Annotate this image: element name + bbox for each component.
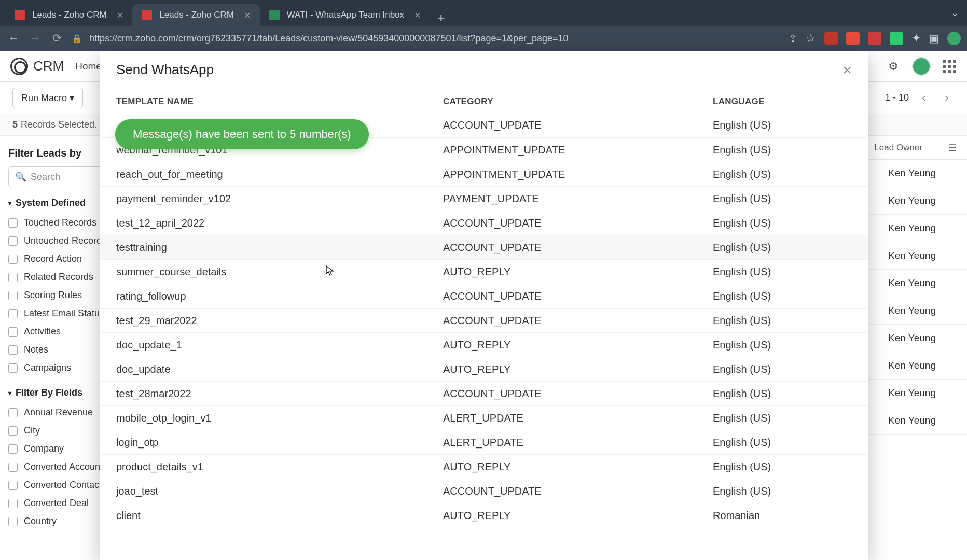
template-language-cell: English (US): [713, 242, 852, 254]
apps-grid-icon[interactable]: [942, 59, 957, 74]
reload-button[interactable]: ⟳: [50, 32, 64, 45]
template-language-cell: English (US): [713, 119, 852, 131]
template-row[interactable]: doc_update_1AUTO_REPLYEnglish (US): [100, 332, 868, 357]
window-dropdown-icon[interactable]: ⌄: [951, 7, 959, 19]
checkbox-icon[interactable]: [8, 255, 18, 264]
template-row[interactable]: test_28mar2022ACCOUNT_UPDATEEnglish (US): [100, 381, 868, 405]
brand-logo[interactable]: CRM: [10, 58, 64, 75]
template-list[interactable]: ACCOUNT_UPDATEEnglish (US)webinar_remind…: [100, 113, 868, 560]
checkbox-icon[interactable]: [8, 291, 18, 300]
filter-label: Notes: [24, 344, 48, 355]
checkbox-icon[interactable]: [8, 273, 18, 282]
close-icon[interactable]: ×: [842, 61, 852, 79]
checkbox-icon[interactable]: [8, 327, 18, 337]
template-row[interactable]: reach_out_for_meetingAPPOINTMENT_UPDATEE…: [100, 162, 868, 186]
filter-label: Company: [24, 443, 64, 454]
template-name-cell: doc_update: [116, 363, 443, 375]
section-label: System Defined: [16, 198, 86, 208]
ext-icon-4[interactable]: [890, 32, 903, 45]
template-name-cell: joao_test: [116, 485, 443, 497]
user-avatar[interactable]: [912, 57, 931, 76]
template-language-cell: English (US): [713, 437, 852, 449]
pager-prev-button[interactable]: ‹: [916, 90, 932, 106]
checkbox-icon[interactable]: [8, 517, 18, 526]
filter-label: Annual Revenue: [24, 407, 93, 418]
template-row[interactable]: doc_updateAUTO_REPLYEnglish (US): [100, 357, 868, 381]
filter-label: Touched Records: [24, 217, 96, 228]
checkbox-icon[interactable]: [8, 444, 18, 454]
template-row[interactable]: joao_testACCOUNT_UPDATEEnglish (US): [100, 479, 868, 503]
template-language-cell: English (US): [713, 290, 852, 302]
ext-icon-3[interactable]: [868, 32, 881, 45]
run-macro-button[interactable]: Run Macro ▾: [12, 88, 83, 108]
favicon-icon: [142, 10, 152, 20]
new-tab-button[interactable]: +: [430, 10, 452, 26]
bookmark-star-icon[interactable]: ☆: [806, 32, 816, 45]
template-row[interactable]: login_otpALERT_UPDATEEnglish (US): [100, 430, 868, 454]
nav-home[interactable]: Home: [75, 61, 102, 72]
template-language-cell: English (US): [713, 315, 852, 327]
close-tab-icon[interactable]: ×: [244, 9, 251, 21]
template-row[interactable]: product_details_v1AUTO_REPLYEnglish (US): [100, 454, 868, 479]
template-language-cell: English (US): [713, 412, 852, 424]
gear-icon[interactable]: ⚙: [886, 59, 901, 74]
checkbox-icon[interactable]: [8, 463, 18, 472]
favicon-icon: [269, 10, 280, 20]
template-row[interactable]: summer_course_detailsAUTO_REPLYEnglish (…: [100, 259, 868, 284]
checkbox-icon[interactable]: [8, 309, 18, 318]
template-name-cell: mobile_otp_login_v1: [116, 412, 443, 424]
template-category-cell: APPOINTMENT_UPDATE: [443, 144, 713, 156]
pager-next-button[interactable]: ›: [939, 90, 955, 106]
checkbox-icon[interactable]: [8, 426, 18, 436]
template-category-cell: AUTO_REPLY: [443, 363, 713, 375]
template-category-cell: ALERT_UPDATE: [443, 437, 713, 449]
checkbox-icon[interactable]: [8, 408, 18, 417]
filter-label: Converted Deal: [24, 498, 89, 509]
url-text[interactable]: https://crm.zoho.com/crm/org762335771/ta…: [89, 33, 569, 44]
template-row[interactable]: mobile_otp_login_v1ALERT_UPDATEEnglish (…: [100, 405, 868, 430]
extensions-puzzle-icon[interactable]: ✦: [911, 32, 921, 45]
tab-title: Leads - Zoho CRM: [32, 10, 107, 20]
template-category-cell: AUTO_REPLY: [443, 461, 713, 473]
checkbox-icon[interactable]: [8, 499, 18, 508]
lock-icon: 🔒: [72, 34, 82, 44]
template-category-cell: AUTO_REPLY: [443, 266, 713, 278]
panel-icon[interactable]: ▣: [929, 32, 939, 45]
forward-button[interactable]: →: [28, 32, 43, 45]
profile-avatar-icon[interactable]: [947, 32, 961, 45]
back-button[interactable]: ←: [6, 32, 21, 45]
view-settings-icon[interactable]: ☰: [948, 142, 957, 153]
browser-tab[interactable]: WATI - WhatsApp Team Inbox×: [260, 4, 430, 26]
template-row[interactable]: test_12_april_2022ACCOUNT_UPDATEEnglish …: [100, 211, 868, 235]
close-tab-icon[interactable]: ×: [117, 9, 123, 21]
share-icon[interactable]: ⇪: [789, 32, 797, 45]
modal-title: Send WhatsApp: [116, 62, 214, 78]
selected-count: 5: [12, 119, 18, 130]
ext-icon-1[interactable]: [824, 32, 838, 45]
browser-tab[interactable]: Leads - Zoho CRM×: [132, 4, 259, 26]
tab-title: Leads - Zoho CRM: [159, 10, 234, 20]
checkbox-icon[interactable]: [8, 481, 18, 490]
template-row[interactable]: test_29_mar2022ACCOUNT_UPDATEEnglish (US…: [100, 308, 868, 332]
checkbox-icon[interactable]: [8, 363, 18, 373]
success-toast: Message(s) have been sent to 5 number(s): [115, 119, 369, 149]
close-tab-icon[interactable]: ×: [415, 9, 421, 21]
template-row[interactable]: testtrainingACCOUNT_UPDATEEnglish (US): [100, 235, 868, 259]
checkbox-icon[interactable]: [8, 218, 18, 228]
chevron-down-icon: ▾: [8, 200, 11, 207]
ext-icon-2[interactable]: [846, 32, 860, 45]
template-name-cell: reach_out_for_meeting: [116, 169, 443, 180]
checkbox-icon[interactable]: [8, 345, 18, 355]
search-icon: 🔍: [15, 171, 26, 183]
template-name-cell: test_12_april_2022: [116, 217, 443, 229]
lead-owner-cell: Ken Yeung: [888, 360, 936, 371]
template-name-cell: doc_update_1: [116, 339, 443, 351]
template-row[interactable]: rating_followupACCOUNT_UPDATEEnglish (US…: [100, 284, 868, 308]
template-category-cell: ACCOUNT_UPDATE: [443, 217, 713, 229]
template-row[interactable]: clientAUTO_REPLYRomanian: [100, 503, 868, 527]
browser-tab[interactable]: Leads - Zoho CRM×: [5, 4, 132, 26]
checkbox-icon[interactable]: [8, 236, 18, 246]
filter-label: Country: [24, 516, 57, 527]
col-lead-owner[interactable]: Lead Owner: [874, 143, 922, 153]
template-row[interactable]: payment_reminder_v102PAYMENT_UPDATEEngli…: [100, 186, 868, 211]
